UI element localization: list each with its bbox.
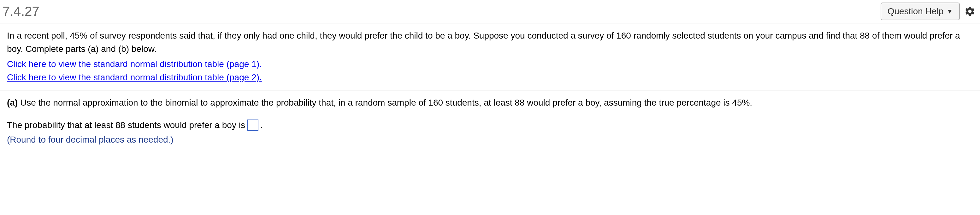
distribution-table-link-2[interactable]: Click here to view the standard normal d…	[7, 71, 973, 84]
part-a-label: (a)	[7, 98, 18, 108]
chevron-down-icon: ▼	[947, 8, 953, 15]
question-header: 7.4.27 Question Help ▼	[0, 0, 980, 23]
question-number: 7.4.27	[1, 4, 40, 19]
question-intro-text: In a recent poll, 45% of survey responde…	[7, 29, 973, 56]
part-a-answer-line: The probability that at least 88 student…	[7, 118, 973, 133]
distribution-table-link-1[interactable]: Click here to view the standard normal d…	[7, 58, 973, 71]
answer-suffix-text: .	[260, 118, 263, 133]
probability-input[interactable]	[247, 120, 258, 131]
question-intro-section: In a recent poll, 45% of survey responde…	[0, 23, 980, 90]
answer-prefix-text: The probability that at least 88 student…	[7, 118, 245, 133]
help-button-label: Question Help	[888, 6, 943, 16]
question-help-button[interactable]: Question Help ▼	[881, 3, 960, 20]
part-a-prompt: (a) Use the normal approximation to the …	[7, 96, 973, 109]
gear-icon[interactable]	[964, 5, 976, 18]
part-a-prompt-text: Use the normal approximation to the bino…	[18, 98, 752, 108]
header-controls: Question Help ▼	[881, 3, 979, 20]
rounding-hint: (Round to four decimal places as needed.…	[7, 133, 973, 146]
part-a-section: (a) Use the normal approximation to the …	[0, 90, 980, 152]
